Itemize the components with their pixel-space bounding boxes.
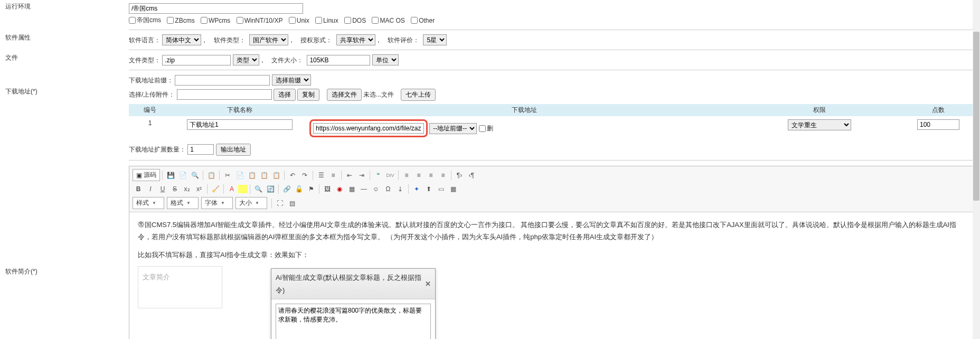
ul-icon[interactable]: ☰ — [315, 170, 327, 181]
ftype-class-select[interactable]: 类型 — [233, 54, 259, 65]
paste-text-icon[interactable]: 📋 — [258, 170, 270, 181]
div-icon[interactable]: DIV — [384, 170, 396, 181]
font-combo[interactable]: 字体 — [201, 197, 233, 209]
type-select[interactable]: 国产软件 — [249, 34, 288, 45]
ftype-input[interactable] — [162, 55, 231, 65]
preview-icon[interactable]: 🔍 — [189, 170, 201, 181]
cb-macos[interactable]: MAC OS — [372, 17, 404, 24]
align-center-icon[interactable]: ≡ — [413, 170, 425, 181]
choose-file-button[interactable]: 选择文件 — [327, 89, 362, 101]
row-name-input[interactable] — [187, 119, 293, 130]
italic-icon[interactable]: I — [145, 183, 156, 195]
cb-dos[interactable]: DOS — [344, 17, 366, 24]
replace-icon[interactable]: 🔄 — [265, 183, 276, 195]
qiniu-upload-button[interactable]: 七牛上传 — [401, 89, 436, 101]
format-combo[interactable]: 格式 — [167, 197, 199, 209]
th-no: 编号 — [144, 106, 156, 114]
row-count-input[interactable] — [917, 119, 959, 130]
row-urlprefix-select[interactable]: --地址前缀-- — [429, 123, 477, 134]
output-addr-button[interactable]: 输出地址 — [216, 144, 251, 156]
ai-icon[interactable]: ✦ — [411, 183, 422, 195]
indent-icon[interactable]: ⇥ — [356, 170, 368, 181]
pagebreak-icon[interactable]: ⤓ — [394, 183, 406, 195]
ltr-icon[interactable]: ¶› — [454, 170, 465, 181]
unlink-icon[interactable]: 🔓 — [293, 183, 305, 195]
link-icon[interactable]: 🔗 — [281, 183, 293, 195]
th-count: 点数 — [932, 106, 945, 114]
rate-select[interactable]: 5星 — [423, 34, 447, 45]
summary-card[interactable]: 文章简介 — [138, 266, 222, 308]
blockquote-icon[interactable]: ❝ — [372, 170, 384, 181]
ai-prompt-textarea[interactable]: 请用春天的樱花浪漫写篇800字的优美散文，标题要求新颖，情感要充沛。 — [276, 304, 431, 339]
cb-unix[interactable]: Unix — [289, 17, 309, 24]
row-url-input[interactable] — [313, 123, 424, 134]
table-icon[interactable]: ▦ — [346, 183, 357, 195]
cb-wpcms[interactable]: WPcms — [201, 17, 230, 24]
table-row: 1 --地址前缀-- 删 文学重生 — [129, 116, 978, 140]
special-char-icon[interactable]: Ω — [382, 183, 394, 195]
redo-icon[interactable]: ↷ — [299, 170, 310, 181]
align-left-icon[interactable]: ≡ — [401, 170, 412, 181]
row-del-checkbox[interactable]: 删 — [479, 125, 493, 132]
auth-select[interactable]: 共享软件 — [336, 34, 375, 45]
scrollbar-track[interactable] — [973, 0, 980, 339]
ext-input[interactable] — [187, 144, 214, 155]
cb-winnt[interactable]: WinNT/10/XP — [237, 17, 283, 24]
size-combo[interactable]: 大小 — [235, 197, 267, 209]
paste-word-icon[interactable]: 📋 — [270, 170, 282, 181]
copy-icon[interactable]: 📄 — [234, 170, 246, 181]
upload-icon[interactable]: ⬆ — [423, 183, 435, 195]
anchor-icon[interactable]: ⚑ — [305, 183, 317, 195]
save-icon[interactable]: 💾 — [165, 170, 176, 181]
source-button[interactable]: ▣ 源码 — [133, 169, 160, 181]
cb-linux[interactable]: Linux — [315, 17, 338, 24]
sup-icon[interactable]: x² — [193, 183, 205, 195]
template-icon[interactable]: 📋 — [205, 170, 217, 181]
strike-icon[interactable]: S — [169, 183, 181, 195]
close-icon[interactable]: ✕ — [425, 278, 431, 290]
remove-format-icon[interactable]: 🧹 — [210, 183, 221, 195]
text-color-icon[interactable]: A — [226, 183, 238, 195]
ai-dialog-title: Ai智能生成文章(默认根据文章标题，反之根据指令) — [276, 271, 425, 296]
sub-icon[interactable]: x₂ — [181, 183, 193, 195]
find-icon[interactable]: 🔍 — [252, 183, 264, 195]
select-button[interactable]: 选择 — [274, 89, 296, 101]
copy-button[interactable]: 复制 — [297, 89, 319, 101]
prefix-select[interactable]: 选择前缀 — [272, 74, 311, 86]
cb-diguocms[interactable]: 帝国cms — [129, 16, 161, 25]
underline-icon[interactable]: U — [157, 183, 168, 195]
cut-icon[interactable]: ✂ — [222, 170, 233, 181]
undo-icon[interactable]: ↶ — [287, 170, 298, 181]
blocks-icon[interactable]: ▤ — [286, 197, 298, 209]
rich-editor: ▣ 源码 💾 📄 🔍 📋 ✂ 📄 📋 📋 📋 — [129, 166, 978, 339]
image-icon[interactable]: 🖼 — [322, 183, 333, 195]
fsize-input[interactable] — [307, 55, 370, 65]
code-icon[interactable]: ▦ — [447, 183, 459, 195]
cb-zbcms[interactable]: ZBcms — [167, 17, 194, 24]
cb-other[interactable]: Other — [411, 17, 435, 24]
scrollbar-thumb[interactable] — [973, 32, 979, 201]
outdent-icon[interactable]: ⇤ — [344, 170, 355, 181]
page-icon[interactable]: ▭ — [435, 183, 447, 195]
lang-select[interactable]: 简体中文 — [162, 34, 201, 45]
maximize-icon[interactable]: ⛶ — [274, 197, 286, 209]
bold-icon[interactable]: B — [133, 183, 144, 195]
new-icon[interactable]: 📄 — [177, 170, 189, 181]
upload-input[interactable] — [177, 89, 272, 100]
editor-content[interactable]: 帝国CMS7.5编辑器增加AI智能生成文章插件。经过小编使用AI文章生成的体验来… — [129, 212, 977, 339]
align-right-icon[interactable]: ≡ — [425, 170, 437, 181]
align-justify-icon[interactable]: ≡ — [437, 170, 449, 181]
emoji-icon[interactable]: ☺ — [370, 183, 382, 195]
paste-icon[interactable]: 📋 — [246, 170, 258, 181]
rtl-icon[interactable]: ‹¶ — [466, 170, 477, 181]
row-perm-select[interactable]: 文学重生 — [788, 119, 851, 130]
hr-icon[interactable]: — — [358, 183, 370, 195]
style-combo[interactable]: 样式 — [133, 197, 164, 209]
run-env-input[interactable] — [129, 3, 303, 14]
flash-icon[interactable]: ◉ — [334, 183, 345, 195]
fsize-unit-select[interactable]: 单位 — [372, 54, 399, 65]
th-addr: 下载地址 — [512, 106, 537, 114]
ol-icon[interactable]: ≡ — [327, 170, 339, 181]
prefix-input[interactable] — [175, 75, 270, 86]
bg-color-icon[interactable] — [238, 185, 248, 193]
